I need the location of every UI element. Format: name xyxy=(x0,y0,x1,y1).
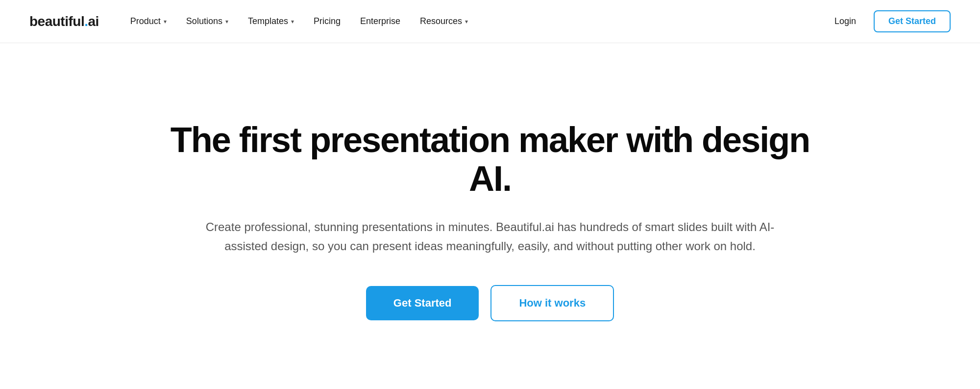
logo-text-after-dot: ai xyxy=(88,14,98,29)
chevron-down-icon: ▾ xyxy=(465,18,468,25)
nav-item-resources-label: Resources xyxy=(420,16,462,26)
get-started-nav-button[interactable]: Get Started xyxy=(874,10,951,32)
hero-buttons: Get Started How it works xyxy=(366,285,614,321)
login-button[interactable]: Login xyxy=(827,12,864,30)
nav-item-pricing[interactable]: Pricing xyxy=(306,12,348,30)
navbar-left: beautiful.ai Product ▾ Solutions ▾ Templ… xyxy=(29,12,476,30)
nav-item-enterprise[interactable]: Enterprise xyxy=(352,12,408,30)
logo-dot: . xyxy=(84,14,88,29)
chevron-down-icon: ▾ xyxy=(291,18,294,25)
nav-links: Product ▾ Solutions ▾ Templates ▾ Pricin… xyxy=(122,12,476,30)
logo-text-before-dot: beautiful xyxy=(29,14,84,29)
navbar-right: Login Get Started xyxy=(827,10,951,32)
nav-item-product[interactable]: Product ▾ xyxy=(122,12,174,30)
hero-title: The first presentation maker with design… xyxy=(147,121,833,198)
nav-item-pricing-label: Pricing xyxy=(314,16,341,26)
nav-item-solutions[interactable]: Solutions ▾ xyxy=(178,12,236,30)
nav-item-product-label: Product xyxy=(130,16,161,26)
hero-how-it-works-button[interactable]: How it works xyxy=(490,285,614,321)
logo[interactable]: beautiful.ai xyxy=(29,14,99,29)
chevron-down-icon: ▾ xyxy=(225,18,228,25)
hero-get-started-button[interactable]: Get Started xyxy=(366,286,479,320)
nav-item-templates[interactable]: Templates ▾ xyxy=(240,12,302,30)
hero-section: The first presentation maker with design… xyxy=(0,43,980,389)
nav-item-enterprise-label: Enterprise xyxy=(360,16,400,26)
nav-item-solutions-label: Solutions xyxy=(186,16,222,26)
nav-item-resources[interactable]: Resources ▾ xyxy=(412,12,476,30)
chevron-down-icon: ▾ xyxy=(164,18,167,25)
hero-subtitle: Create professional, stunning presentati… xyxy=(196,218,784,256)
navbar: beautiful.ai Product ▾ Solutions ▾ Templ… xyxy=(0,0,980,43)
nav-item-templates-label: Templates xyxy=(248,16,288,26)
